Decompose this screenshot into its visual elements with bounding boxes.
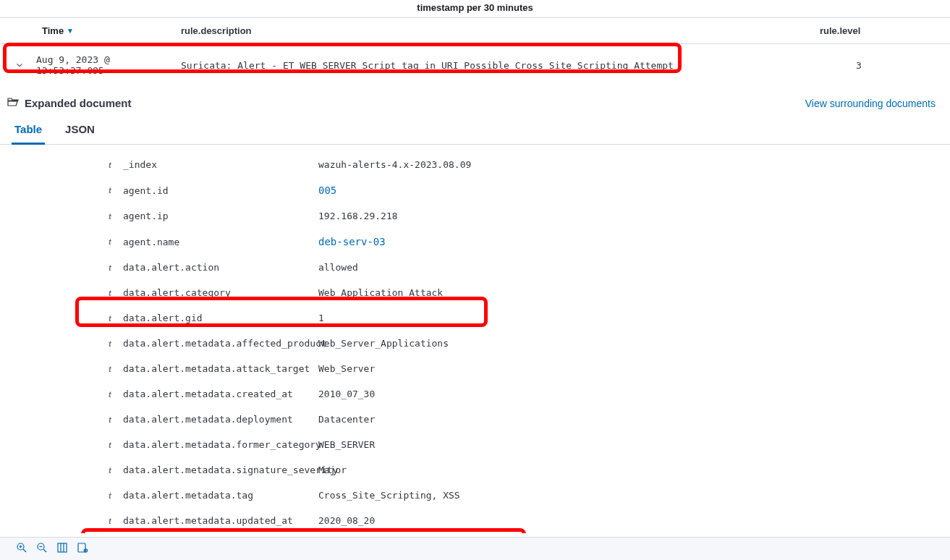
field-row: t_indexwazuh-alerts-4.x-2023.08.09 bbox=[0, 152, 950, 177]
field-row: tdata.alert.categoryWeb Application Atta… bbox=[0, 280, 950, 305]
field-value: Web Application Attack bbox=[318, 287, 936, 298]
chart-caption: timestamp per 30 minutes bbox=[0, 0, 950, 18]
text-type-icon: t bbox=[109, 390, 123, 399]
table-header-row: Time ▼ rule.description rule.level bbox=[0, 18, 950, 44]
text-type-icon: t bbox=[109, 314, 123, 323]
field-key: data.alert.metadata.attack_target bbox=[123, 363, 318, 374]
text-type-icon: t bbox=[109, 517, 123, 525]
field-value: allowed bbox=[318, 262, 936, 273]
field-key: data.alert.metadata.tag bbox=[123, 490, 318, 501]
expanded-doc-title: Expanded document bbox=[25, 97, 132, 109]
field-row: tdata.alert.metadata.attack_targetWeb_Se… bbox=[0, 356, 950, 381]
field-row: tdata.alert.metadata.former_categoryWEB_… bbox=[0, 432, 950, 457]
tab-json[interactable]: JSON bbox=[62, 119, 98, 144]
field-row: tdata.alert.metadata.created_at2010_07_3… bbox=[0, 381, 950, 407]
field-row: tagent.ip192.168.29.218 bbox=[0, 203, 950, 229]
field-value[interactable]: deb-serv-03 bbox=[318, 236, 936, 247]
field-key: agent.id bbox=[123, 185, 318, 196]
field-value: Web_Server_Applications bbox=[318, 338, 936, 349]
expand-toggle-icon[interactable] bbox=[14, 60, 36, 70]
field-value: 192.168.29.218 bbox=[318, 211, 936, 221]
field-row: tdata.alert.metadata.affected_productWeb… bbox=[0, 331, 950, 356]
field-value: Major bbox=[318, 464, 936, 475]
field-value: Datacenter bbox=[318, 414, 936, 425]
document-fields: t_indexwazuh-alerts-4.x-2023.08.09tagent… bbox=[0, 145, 950, 533]
field-key: agent.name bbox=[123, 237, 318, 247]
field-key: data.alert.metadata.updated_at bbox=[123, 515, 318, 526]
field-row: tdata.alert.metadata.deploymentDatacente… bbox=[0, 407, 950, 432]
tab-table[interactable]: Table bbox=[12, 119, 45, 145]
text-type-icon: t bbox=[109, 441, 123, 449]
field-value: Web_Server bbox=[318, 363, 936, 374]
view-surrounding-link[interactable]: View surrounding documents bbox=[805, 98, 936, 109]
text-type-icon: t bbox=[109, 263, 123, 272]
field-row: tagent.namedeb-serv-03 bbox=[0, 229, 950, 255]
text-type-icon: t bbox=[109, 491, 123, 500]
field-key: data.alert.metadata.created_at bbox=[123, 389, 318, 399]
column-description[interactable]: rule.description bbox=[181, 25, 820, 36]
field-value: 2010_07_30 bbox=[318, 389, 936, 399]
text-type-icon: t bbox=[109, 339, 123, 348]
field-value: Cross_Site_Scripting, XSS bbox=[318, 490, 936, 501]
event-row[interactable]: Aug 9, 2023 @ 13:53:37.095 Suricata: Ale… bbox=[0, 44, 950, 88]
event-time: Aug 9, 2023 @ 13:53:37.095 bbox=[36, 54, 181, 76]
field-key: data.alert.metadata.deployment bbox=[123, 414, 318, 425]
event-level: 3 bbox=[820, 60, 936, 71]
field-row: tdata.alert.metadata.tagCross_Site_Scrip… bbox=[0, 483, 950, 508]
sort-down-icon: ▼ bbox=[67, 27, 74, 35]
column-level[interactable]: rule.level bbox=[820, 25, 936, 36]
field-row: tdata.alert.metadata.signature_severityM… bbox=[0, 457, 950, 483]
field-key: agent.ip bbox=[123, 211, 318, 221]
folder-open-icon bbox=[7, 96, 19, 110]
text-type-icon: t bbox=[109, 161, 123, 169]
field-key: data.alert.metadata.affected_product bbox=[123, 338, 318, 349]
field-value: wazuh-alerts-4.x-2023.08.09 bbox=[318, 159, 936, 170]
field-key: data.alert.metadata.signature_severity bbox=[123, 464, 318, 475]
field-key: _index bbox=[123, 159, 318, 170]
column-time[interactable]: Time ▼ bbox=[36, 25, 181, 36]
text-type-icon: t bbox=[109, 365, 123, 373]
text-type-icon: t bbox=[109, 186, 123, 195]
field-row: tdata.alert.metadata.updated_at2020_08_2… bbox=[0, 508, 950, 533]
event-description: Suricata: Alert - ET WEB_SERVER Script t… bbox=[181, 60, 820, 71]
field-row: tdata.alert.gid1 bbox=[0, 305, 950, 331]
doc-view-tabs: Table JSON bbox=[0, 111, 950, 145]
field-row: tdata.alert.actionallowed bbox=[0, 255, 950, 280]
field-value: 2020_08_20 bbox=[318, 515, 936, 526]
field-value[interactable]: 005 bbox=[318, 184, 936, 196]
field-key: data.alert.action bbox=[123, 262, 318, 273]
text-type-icon: t bbox=[109, 212, 123, 221]
field-value: WEB_SERVER bbox=[318, 439, 936, 450]
expanded-doc-header: Expanded document View surrounding docum… bbox=[0, 88, 950, 111]
field-key: data.alert.category bbox=[123, 287, 318, 298]
text-type-icon: t bbox=[109, 466, 123, 475]
text-type-icon: t bbox=[109, 289, 123, 297]
text-type-icon: t bbox=[109, 415, 123, 424]
text-type-icon: t bbox=[109, 237, 123, 246]
field-value: 1 bbox=[318, 313, 936, 323]
field-key: data.alert.metadata.former_category bbox=[123, 439, 318, 450]
field-key: data.alert.gid bbox=[123, 313, 318, 323]
column-time-label: Time bbox=[42, 25, 64, 36]
field-row: tagent.id005 bbox=[0, 177, 950, 203]
